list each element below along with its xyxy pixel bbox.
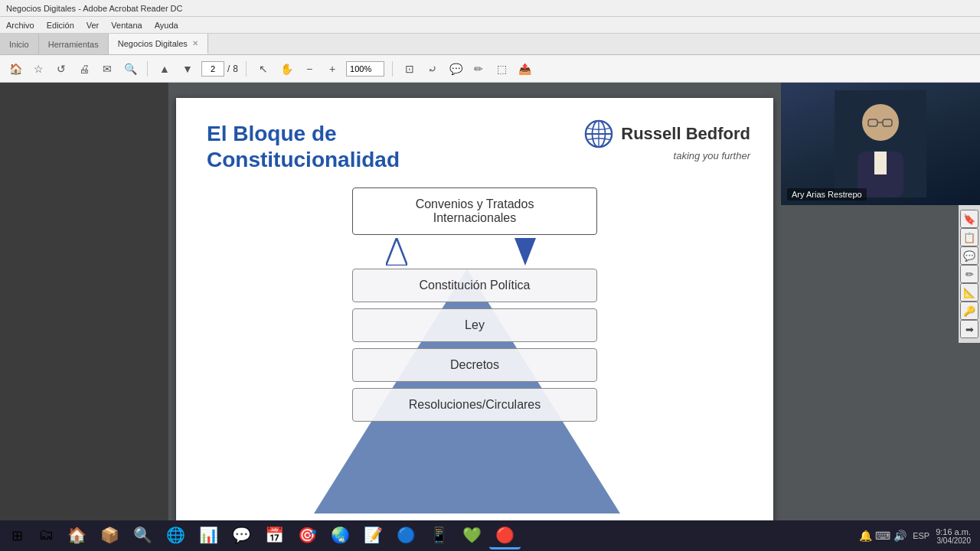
tab-herramientas[interactable]: Herramientas <box>39 34 109 54</box>
tab-close-icon[interactable]: ✕ <box>192 39 198 47</box>
right-send-btn[interactable]: ➡ <box>960 320 978 338</box>
toolbar-email-btn[interactable]: ✉ <box>98 60 116 78</box>
right-pen-btn[interactable]: ✏ <box>960 265 978 283</box>
taskbar-search-btn[interactable]: 🔍 <box>127 522 158 549</box>
right-icon-bar: 🔖 📋 💬 ✏ 📐 🔑 ➡ <box>959 205 980 343</box>
right-comment-btn[interactable]: 💬 <box>960 246 978 265</box>
logo-tagline: taking you further <box>674 150 750 161</box>
taskbar-notification-area: 🔔 ⌨ 🔊 <box>859 530 906 542</box>
toolbar-erase-btn[interactable]: ⬚ <box>492 60 511 78</box>
toolbar-fit-btn[interactable]: ⊡ <box>400 60 419 78</box>
taskbar: ⊞ 🗂 🏠 📦 🔍 🌐 📊 💬 📅 🎯 🌏 📝 🔵 📱 💚 🔴 🔔 ⌨ 🔊 ES… <box>0 520 980 551</box>
taskbar-browser2-btn[interactable]: 🔵 <box>390 522 422 549</box>
webcam-video <box>781 83 980 205</box>
taskbar-time: 9:16 a.m. <box>936 527 971 536</box>
taskbar-browser1-btn[interactable]: 🌐 <box>160 522 191 549</box>
pyramid-box-0: Constitución Política <box>352 269 597 302</box>
page-nav: / 8 <box>201 61 238 77</box>
webcam-label: Ary Arias Restrepo <box>787 188 867 201</box>
person-silhouette <box>835 90 926 197</box>
toolbar-hand-btn[interactable]: ✋ <box>277 60 296 78</box>
right-clipboard-btn[interactable]: 📋 <box>960 228 978 246</box>
sidebar-left: ◁ <box>0 83 168 520</box>
diagram: Convenios y Tratados Internacionales <box>207 187 743 520</box>
page-current-input[interactable] <box>201 61 224 77</box>
slide-title: El Bloque de Constitucionalidad <box>207 121 467 172</box>
menu-ayuda[interactable]: Ayuda <box>155 21 178 30</box>
toolbar-select-btn[interactable]: ↖ <box>254 60 273 78</box>
pyramid-boxes: Constitución Política Ley Decretos Resol… <box>352 269 597 425</box>
toolbar-pen-btn[interactable]: ✏ <box>469 60 488 78</box>
toolbar-next-page-btn[interactable]: ▼ <box>178 60 197 78</box>
taskbar-word-btn[interactable]: 📝 <box>358 522 389 549</box>
toolbar-home-btn[interactable]: 🏠 <box>6 60 24 78</box>
taskbar-clock: 9:16 a.m. 3/04/2020 <box>936 527 971 545</box>
taskbar-acrobat-btn[interactable]: 🔴 <box>489 522 521 549</box>
taskbar-excel-btn[interactable]: 📊 <box>193 522 224 549</box>
top-box: Convenios y Tratados Internacionales <box>352 187 597 235</box>
toolbar-sep-3 <box>392 61 393 77</box>
webcam: Ary Arias Restrepo <box>781 83 980 205</box>
toolbar-sep-2 <box>246 61 247 77</box>
toolbar-zoom-in-btn[interactable]: + <box>323 60 341 78</box>
menu-ver[interactable]: Ver <box>87 21 100 30</box>
taskbar-store-btn[interactable]: 📦 <box>94 522 126 549</box>
tab-bar: Inicio Herramientas Negocios Digitales ✕ <box>0 34 980 55</box>
taskbar-lang: ESP <box>913 531 929 540</box>
logo-brand: Russell Bedford <box>584 119 750 148</box>
menu-archivo[interactable]: Archivo <box>6 21 34 30</box>
logo-icon <box>584 119 613 148</box>
pdf-area: El Bloque de Constitucionalidad Russell <box>168 83 781 520</box>
toolbar-share-btn[interactable]: 📤 <box>515 60 534 78</box>
up-arrow-icon <box>386 238 407 266</box>
pyramid-box-3: Resoluciones/Circulares <box>352 388 597 422</box>
logo-text: Russell Bedford <box>621 124 750 144</box>
logo-area: Russell Bedford taking you further <box>584 119 750 161</box>
toolbar-zoom-out-btn[interactable]: − <box>300 60 318 78</box>
taskbar-home-btn[interactable]: 🏠 <box>61 522 93 549</box>
right-panel: Ary Arias Restrepo 🔖 📋 💬 ✏ 📐 🔑 ➡ <box>781 83 980 520</box>
taskbar-explorer-btn[interactable]: 🗂 <box>32 522 60 549</box>
taskbar-teams-btn[interactable]: 📱 <box>423 522 455 549</box>
toolbar-bookmark-btn[interactable]: ☆ <box>29 60 47 78</box>
taskbar-right: 🔔 ⌨ 🔊 ESP 9:16 a.m. 3/04/2020 <box>859 527 977 545</box>
page-total: 8 <box>233 64 238 74</box>
pyramid-container: Constitución Política Ley Decretos Resol… <box>299 269 651 514</box>
page-sep: / <box>227 64 230 74</box>
pyramid-box-1: Ley <box>352 308 597 342</box>
taskbar-whatsapp-btn[interactable]: 💚 <box>456 522 488 549</box>
zoom-input[interactable] <box>346 61 384 77</box>
right-measure-btn[interactable]: 📐 <box>960 283 978 302</box>
title-bar: Negocios Digitales - Adobe Acrobat Reade… <box>0 0 980 17</box>
menu-edicion[interactable]: Edición <box>47 21 74 30</box>
taskbar-date: 3/04/2020 <box>937 536 972 545</box>
svg-marker-4 <box>386 238 407 266</box>
tab-negocios-digitales[interactable]: Negocios Digitales ✕ <box>109 34 208 54</box>
toolbar-sep-1 <box>147 61 148 77</box>
app-title: Negocios Digitales - Adobe Acrobat Reade… <box>6 4 183 13</box>
taskbar-start-btn[interactable]: ⊞ <box>3 522 31 549</box>
right-bookmark-btn[interactable]: 🔖 <box>960 210 978 228</box>
svg-marker-5 <box>514 238 536 266</box>
toolbar: 🏠 ☆ ↺ 🖨 ✉ 🔍 ▲ ▼ / 8 ↖ ✋ − + ⊡ ⤾ 💬 ✏ ⬚ 📤 <box>0 55 980 83</box>
taskbar-powerpoint-btn[interactable]: 🎯 <box>292 522 323 549</box>
menu-ventana[interactable]: Ventana <box>111 21 142 30</box>
tab-inicio[interactable]: Inicio <box>0 34 39 54</box>
connector-area <box>352 235 597 269</box>
pdf-page: El Bloque de Constitucionalidad Russell <box>176 98 773 520</box>
taskbar-chrome-btn[interactable]: 🌏 <box>325 522 356 549</box>
taskbar-outlook-btn[interactable]: 📅 <box>259 522 290 549</box>
toolbar-rotate-btn[interactable]: ⤾ <box>423 60 442 78</box>
svg-rect-14 <box>874 152 887 174</box>
toolbar-prev-page-btn[interactable]: ▲ <box>155 60 174 78</box>
right-fill-btn[interactable]: 🔑 <box>960 302 978 320</box>
down-arrow-icon <box>514 238 536 266</box>
menu-bar: Archivo Edición Ver Ventana Ayuda <box>0 17 980 34</box>
taskbar-chat-btn[interactable]: 💬 <box>226 522 257 549</box>
toolbar-search-btn[interactable]: 🔍 <box>121 60 139 78</box>
pyramid-box-2: Decretos <box>352 348 597 382</box>
toolbar-back-btn[interactable]: ↺ <box>52 60 70 78</box>
toolbar-comment-btn[interactable]: 💬 <box>446 60 465 78</box>
toolbar-print-btn[interactable]: 🖨 <box>75 60 93 78</box>
